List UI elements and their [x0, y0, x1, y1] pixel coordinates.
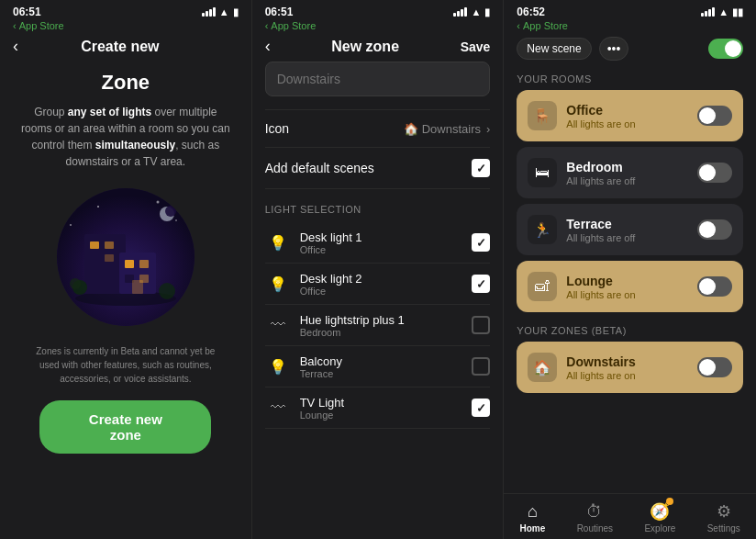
default-scenes-row[interactable]: Add default scenes ✓: [265, 148, 491, 189]
panel-home: 06:52 ▲ ▮▮ ‹ App Store New scene ••• YOU…: [504, 0, 756, 539]
time-2: 06:51: [265, 6, 294, 18]
panel3-actions: New scene •••: [517, 37, 628, 61]
light-room-1: Office: [300, 286, 463, 297]
more-options-button[interactable]: •••: [599, 37, 629, 61]
svg-rect-3: [90, 241, 99, 249]
room-info-terrace: Terrace All lights are off: [566, 217, 688, 243]
room-toggle-lounge[interactable]: [697, 276, 732, 297]
light-room-3: Terrace: [300, 368, 463, 379]
tab-settings-label: Settings: [707, 523, 740, 533]
back-appstore-1[interactable]: ‹: [13, 20, 17, 31]
room-status-lounge: All lights are on: [566, 289, 688, 300]
light-info-0: Desk light 1 Office: [300, 230, 463, 255]
main-toggle[interactable]: [708, 39, 743, 59]
create-zone-button[interactable]: Create new zone: [39, 400, 211, 454]
icon-row[interactable]: Icon 🏠 Downstairs ›: [265, 109, 491, 148]
light-name-3: Balcony: [300, 354, 463, 368]
room-toggle-terrace[interactable]: [697, 219, 732, 240]
svg-rect-5: [90, 254, 99, 262]
svg-point-15: [159, 283, 175, 299]
light-item-0[interactable]: 💡 Desk light 1 Office ✓: [265, 222, 491, 264]
light-name-2: Hue lightstrip plus 1: [300, 313, 463, 327]
settings-icon: ⚙: [717, 501, 731, 522]
room-card-lounge[interactable]: 🛋 Lounge All lights are on: [517, 261, 743, 312]
svg-rect-6: [105, 254, 114, 262]
light-icon-2: 〰: [265, 312, 291, 338]
light-info-3: Balcony Terrace: [300, 354, 463, 379]
beta-note: Zones is currently in Beta and cannot ye…: [18, 344, 233, 386]
room-info-office: Office All lights are on: [566, 103, 688, 129]
light-checkbox-2[interactable]: [472, 316, 490, 334]
room-info-lounge: Lounge All lights are on: [566, 274, 688, 300]
light-checkbox-4[interactable]: ✓: [472, 399, 490, 417]
tab-bar: ⌂ Home ⏱ Routines 🧭 Explore ⚙ Settings: [504, 493, 756, 539]
light-room-0: Office: [300, 244, 463, 255]
home-icon: ⌂: [528, 502, 538, 522]
light-info-1: Desk light 2 Office: [300, 272, 463, 297]
time-1: 06:51: [13, 6, 41, 18]
room-icon-lounge: 🛋: [528, 272, 557, 301]
default-scenes-checkbox[interactable]: ✓: [472, 159, 490, 177]
status-bar-2: 06:51 ▲ ▮: [252, 0, 504, 20]
light-selection-header: Light selection: [265, 198, 491, 222]
zone-name-input[interactable]: [265, 62, 491, 96]
status-icons-2: ▲ ▮: [453, 6, 490, 18]
light-checkbox-1[interactable]: ✓: [472, 275, 490, 293]
room-card-office[interactable]: 🪑 Office All lights are on: [517, 90, 743, 141]
explore-icon: 🧭: [650, 501, 670, 522]
light-name-1: Desk light 2: [300, 272, 463, 286]
new-scene-button[interactable]: New scene: [517, 38, 591, 60]
light-checkbox-3[interactable]: [472, 357, 490, 376]
save-button[interactable]: Save: [461, 39, 491, 54]
room-toggle-office[interactable]: [697, 106, 732, 126]
svg-point-18: [175, 219, 177, 221]
room-icon-office: 🪑: [528, 101, 557, 130]
svg-rect-8: [125, 260, 134, 268]
zone-icon-downstairs: 🏠: [528, 353, 557, 382]
appstore-label-3[interactable]: App Store: [523, 20, 568, 31]
zone-toggle-downstairs[interactable]: [697, 357, 732, 377]
svg-point-14: [70, 278, 81, 289]
panel1-nav: ‹ Create new: [0, 33, 251, 62]
light-icon-3: 💡: [265, 354, 291, 379]
appstore-label-1[interactable]: App Store: [19, 20, 64, 31]
light-icon-1: 💡: [265, 271, 291, 297]
appstore-label-2[interactable]: App Store: [271, 20, 316, 31]
wifi-icon-2: ▲: [471, 6, 481, 17]
lights-list: 💡 Desk light 1 Office ✓ 💡 Desk light 2 O…: [265, 222, 491, 429]
wifi-icon-1: ▲: [219, 6, 229, 17]
room-card-terrace[interactable]: 🏃 Terrace All lights are off: [517, 204, 743, 255]
zone-description: Group any set of lights over multiple ro…: [18, 104, 233, 170]
rooms-section-header: YOUR ROOMS: [517, 66, 743, 90]
tab-explore[interactable]: 🧭 Explore: [644, 501, 675, 533]
icon-value-text: 🏠 Downstairs: [404, 122, 481, 136]
tab-routines-label: Routines: [577, 523, 613, 533]
battery-icon-2: ▮: [484, 6, 490, 18]
zone-name-downstairs: Downstairs: [566, 354, 688, 369]
room-name-office: Office: [566, 103, 688, 118]
tab-settings[interactable]: ⚙ Settings: [707, 501, 740, 533]
zone-info-downstairs: Downstairs All lights are on: [566, 354, 688, 381]
panel1-body: Zone Group any set of lights over multip…: [0, 62, 251, 539]
light-checkbox-0[interactable]: ✓: [472, 233, 490, 252]
light-info-4: TV Light Lounge: [300, 396, 463, 421]
room-card-bedroom[interactable]: 🛏 Bedroom All lights are off: [517, 147, 743, 198]
svg-point-19: [70, 224, 72, 226]
light-item-2[interactable]: 〰 Hue lightstrip plus 1 Bedroom: [265, 305, 491, 346]
tab-home[interactable]: ⌂ Home: [520, 502, 546, 533]
status-bar-1: 06:51 ▲ ▮: [0, 0, 251, 20]
signal-icon-1: [202, 7, 216, 17]
room-status-office: All lights are on: [566, 118, 688, 129]
room-name-bedroom: Bedroom: [566, 160, 688, 174]
light-item-3[interactable]: 💡 Balcony Terrace: [265, 346, 491, 387]
room-toggle-bedroom[interactable]: [697, 163, 732, 183]
tab-explore-label: Explore: [644, 523, 675, 533]
tab-routines[interactable]: ⏱ Routines: [577, 502, 613, 533]
back-appstore-3[interactable]: ‹: [517, 20, 520, 31]
zone-card-downstairs[interactable]: 🏠 Downstairs All lights are on: [517, 342, 743, 393]
svg-rect-12: [132, 280, 143, 294]
back-button-2[interactable]: ‹: [265, 37, 271, 56]
light-item-4[interactable]: 〰 TV Light Lounge ✓: [265, 387, 491, 429]
light-item-1[interactable]: 💡 Desk light 2 Office ✓: [265, 264, 491, 305]
back-appstore-2[interactable]: ‹: [265, 20, 269, 31]
